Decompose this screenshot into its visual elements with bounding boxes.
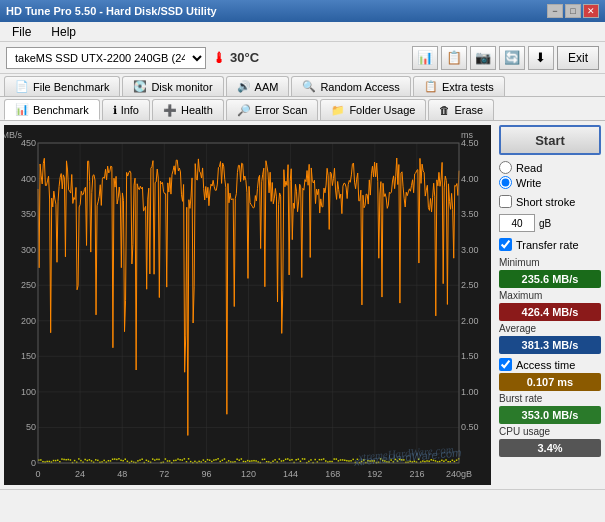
status-bar xyxy=(0,489,605,507)
menu-file[interactable]: File xyxy=(8,24,35,40)
maximize-button[interactable]: □ xyxy=(565,4,581,18)
chart-area: xtremeHardWare.com xyxy=(4,125,491,485)
erase-icon: 🗑 xyxy=(439,104,450,116)
temperature-display: 🌡 30°C xyxy=(212,50,259,66)
disk-selector[interactable]: takeMS SSD UTX-2200 240GB (240 gB) xyxy=(6,47,206,69)
tab-disk-monitor[interactable]: 💽 Disk monitor xyxy=(122,76,223,96)
maximum-value: 426.4 MB/s xyxy=(499,303,601,321)
short-stroke-checkbox[interactable] xyxy=(499,195,512,208)
access-time-value: 0.107 ms xyxy=(499,373,601,391)
disk-monitor-icon: 💽 xyxy=(133,80,147,93)
tab-extra-tests[interactable]: 📋 Extra tests xyxy=(413,76,505,96)
tab-file-benchmark[interactable]: 📄 File Benchmark xyxy=(4,76,120,96)
read-write-group: Read Write xyxy=(499,161,601,189)
thermometer-icon: 🌡 xyxy=(212,50,226,66)
window-title: HD Tune Pro 5.50 - Hard Disk/SSD Utility xyxy=(6,5,217,17)
info-icon: ℹ xyxy=(113,104,117,117)
burst-rate-label: Burst rate xyxy=(499,393,601,404)
average-label: Average xyxy=(499,323,601,334)
read-radio[interactable] xyxy=(499,161,512,174)
folder-usage-icon: 📁 xyxy=(331,104,345,117)
transfer-rate-label[interactable]: Transfer rate xyxy=(499,238,601,251)
aam-icon: 🔊 xyxy=(237,80,251,93)
cpu-usage-label: CPU usage xyxy=(499,426,601,437)
exit-button[interactable]: Exit xyxy=(557,46,599,70)
toolbar-icon-2[interactable]: 📋 xyxy=(441,46,467,70)
short-stroke-label[interactable]: Short stroke xyxy=(499,195,601,208)
tab-erase[interactable]: 🗑 Erase xyxy=(428,99,494,120)
transfer-rate-checkbox[interactable] xyxy=(499,238,512,251)
tab-error-scan[interactable]: 🔎 Error Scan xyxy=(226,99,319,120)
temperature-value: 30°C xyxy=(230,50,259,65)
average-value: 381.3 MB/s xyxy=(499,336,601,354)
random-access-icon: 🔍 xyxy=(302,80,316,93)
tab-folder-usage[interactable]: 📁 Folder Usage xyxy=(320,99,426,120)
stats-group: Minimum 235.6 MB/s Maximum 426.4 MB/s Av… xyxy=(499,257,601,457)
benchmark-chart xyxy=(4,125,491,485)
health-icon: ➕ xyxy=(163,104,177,117)
cpu-usage-value: 3.4% xyxy=(499,439,601,457)
toolbar: takeMS SSD UTX-2200 240GB (240 gB) 🌡 30°… xyxy=(0,42,605,74)
write-radio-label[interactable]: Write xyxy=(499,176,601,189)
start-button[interactable]: Start xyxy=(499,125,601,155)
tab-aam[interactable]: 🔊 AAM xyxy=(226,76,290,96)
toolbar-icon-5[interactable]: ⬇ xyxy=(528,46,554,70)
toolbar-icon-group: 📊 📋 📷 🔄 ⬇ Exit xyxy=(412,46,599,70)
minimum-label: Minimum xyxy=(499,257,601,268)
burst-rate-value: 353.0 MB/s xyxy=(499,406,601,424)
title-bar: HD Tune Pro 5.50 - Hard Disk/SSD Utility… xyxy=(0,0,605,22)
window-controls: − □ ✕ xyxy=(547,4,599,18)
tab-row-1: 📄 File Benchmark 💽 Disk monitor 🔊 AAM 🔍 … xyxy=(0,74,605,97)
main-content: xtremeHardWare.com Start Read Write Shor… xyxy=(0,121,605,489)
tab-info[interactable]: ℹ Info xyxy=(102,99,150,120)
file-benchmark-icon: 📄 xyxy=(15,80,29,93)
access-time-checkbox[interactable] xyxy=(499,358,512,371)
benchmark-icon: 📊 xyxy=(15,103,29,116)
tab-random-access[interactable]: 🔍 Random Access xyxy=(291,76,410,96)
gb-label: gB xyxy=(539,218,551,229)
menu-bar: File Help xyxy=(0,22,605,42)
extra-tests-icon: 📋 xyxy=(424,80,438,93)
tab-health[interactable]: ➕ Health xyxy=(152,99,224,120)
maximum-label: Maximum xyxy=(499,290,601,301)
write-radio[interactable] xyxy=(499,176,512,189)
close-button[interactable]: ✕ xyxy=(583,4,599,18)
short-stroke-row: gB xyxy=(499,214,601,232)
minimum-value: 235.6 MB/s xyxy=(499,270,601,288)
short-stroke-input[interactable] xyxy=(499,214,535,232)
tab-row-2: 📊 Benchmark ℹ Info ➕ Health 🔎 Error Scan… xyxy=(0,97,605,121)
read-radio-label[interactable]: Read xyxy=(499,161,601,174)
minimize-button[interactable]: − xyxy=(547,4,563,18)
error-scan-icon: 🔎 xyxy=(237,104,251,117)
right-panel: Start Read Write Short stroke gB Transfe… xyxy=(495,121,605,489)
toolbar-icon-3[interactable]: 📷 xyxy=(470,46,496,70)
access-time-label[interactable]: Access time xyxy=(499,358,601,371)
toolbar-icon-1[interactable]: 📊 xyxy=(412,46,438,70)
tab-benchmark[interactable]: 📊 Benchmark xyxy=(4,99,100,120)
toolbar-icon-4[interactable]: 🔄 xyxy=(499,46,525,70)
menu-help[interactable]: Help xyxy=(47,24,80,40)
